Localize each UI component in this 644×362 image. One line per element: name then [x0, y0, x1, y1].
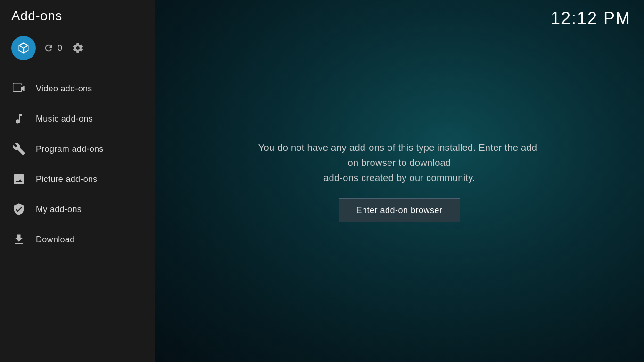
sidebar-item-video-addons[interactable]: Video add-ons [0, 74, 155, 104]
sidebar-item-label-picture: Picture add-ons [36, 174, 98, 184]
sidebar-header: Add-ons [0, 0, 155, 28]
content-message: You do not have any add-ons of this type… [234, 140, 564, 222]
main-content: 12:12 PM You do not have any add-ons of … [155, 0, 644, 362]
box-icon [17, 41, 30, 55]
addon-icon-button[interactable] [11, 36, 36, 60]
music-icon [11, 111, 26, 126]
sidebar-item-label-my-addons: My add-ons [36, 205, 82, 214]
sidebar-nav: Video add-ons Music add-ons Program add-… [0, 70, 155, 362]
download-icon [11, 232, 26, 247]
my-addons-icon [11, 202, 26, 217]
sidebar-item-download[interactable]: Download [0, 224, 155, 255]
sidebar-item-label-download: Download [36, 235, 74, 245]
settings-button[interactable] [72, 42, 84, 54]
video-icon [11, 81, 26, 96]
refresh-icon [43, 43, 54, 53]
refresh-area[interactable]: 0 [43, 43, 62, 53]
sidebar-item-label-video: Video add-ons [36, 84, 92, 94]
refresh-count: 0 [58, 43, 62, 53]
program-icon [11, 141, 26, 156]
sidebar: Add-ons 0 [0, 0, 155, 362]
empty-state-message: You do not have any add-ons of this type… [253, 140, 545, 185]
sidebar-item-picture-addons[interactable]: Picture add-ons [0, 164, 155, 194]
sidebar-item-program-addons[interactable]: Program add-ons [0, 134, 155, 164]
page-title: Add-ons [11, 8, 62, 23]
gear-icon [72, 42, 84, 54]
enter-addon-browser-button[interactable]: Enter add-on browser [339, 198, 460, 222]
sidebar-item-music-addons[interactable]: Music add-ons [0, 104, 155, 134]
picture-icon [11, 172, 26, 187]
sidebar-item-my-addons[interactable]: My add-ons [0, 194, 155, 224]
sidebar-item-label-program: Program add-ons [36, 144, 104, 154]
sidebar-item-label-music: Music add-ons [36, 114, 93, 124]
sidebar-controls: 0 [0, 28, 155, 70]
time-display: 12:12 PM [551, 8, 631, 28]
